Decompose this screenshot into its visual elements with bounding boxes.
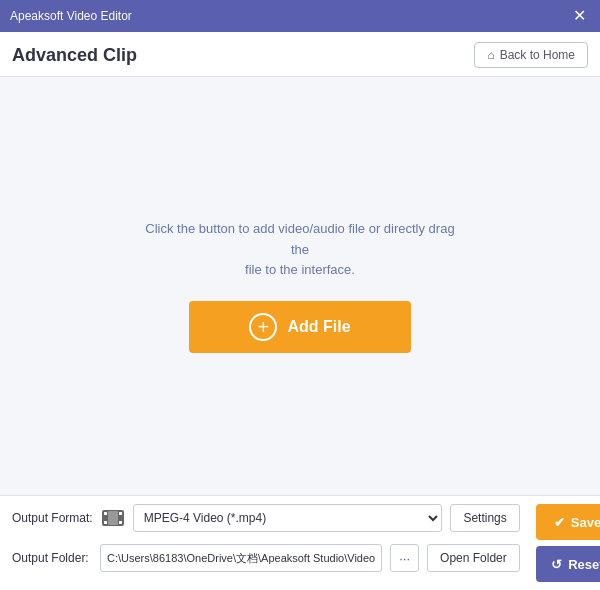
open-folder-button[interactable]: Open Folder xyxy=(427,544,520,572)
app-title: Apeaksoft Video Editor xyxy=(10,9,132,23)
reset-label: Reset xyxy=(568,557,600,572)
output-format-label: Output Format: xyxy=(12,511,93,525)
close-button[interactable]: ✕ xyxy=(569,6,590,26)
bottom-bar: Output Format: MPEG-4 Video xyxy=(0,495,600,590)
back-home-button[interactable]: ⌂ Back to Home xyxy=(474,42,588,68)
more-options-button[interactable]: ··· xyxy=(390,544,419,572)
format-icon xyxy=(101,509,125,527)
output-folder-row: Output Folder: C:\Users\86183\OneDrive\文… xyxy=(12,544,520,572)
reset-icon: ↺ xyxy=(551,557,562,572)
add-file-button[interactable]: + Add File xyxy=(189,301,410,353)
output-format-row: Output Format: MPEG-4 Video xyxy=(12,504,520,532)
page-title: Advanced Clip xyxy=(12,45,137,66)
svg-rect-5 xyxy=(108,511,118,525)
save-label: Save xyxy=(571,515,600,530)
add-icon: + xyxy=(249,313,277,341)
drop-zone: Click the button to add video/audio file… xyxy=(0,77,600,495)
svg-rect-2 xyxy=(104,521,107,524)
save-button[interactable]: ✔ Save xyxy=(536,504,600,540)
svg-rect-1 xyxy=(104,512,107,515)
home-icon: ⌂ xyxy=(487,48,494,62)
bottom-main: Output Format: MPEG-4 Video xyxy=(12,504,588,582)
svg-rect-4 xyxy=(119,521,122,524)
title-bar: Apeaksoft Video Editor ✕ xyxy=(0,0,600,32)
drop-hint: Click the button to add video/audio file… xyxy=(140,219,460,281)
back-home-label: Back to Home xyxy=(500,48,575,62)
folder-path: C:\Users\86183\OneDrive\文档\Apeaksoft Stu… xyxy=(100,544,382,572)
add-file-label: Add File xyxy=(287,318,350,336)
top-bar: Advanced Clip ⌂ Back to Home xyxy=(0,32,600,77)
settings-button[interactable]: Settings xyxy=(450,504,519,532)
output-folder-label: Output Folder: xyxy=(12,551,92,565)
bottom-fields: Output Format: MPEG-4 Video xyxy=(12,504,520,582)
reset-button[interactable]: ↺ Reset xyxy=(536,546,600,582)
svg-rect-3 xyxy=(119,512,122,515)
main-container: Advanced Clip ⌂ Back to Home Click the b… xyxy=(0,32,600,590)
bottom-actions: ✔ Save ↺ Reset xyxy=(536,504,600,582)
format-select[interactable]: MPEG-4 Video (*.mp4) xyxy=(133,504,443,532)
save-check-icon: ✔ xyxy=(554,515,565,530)
